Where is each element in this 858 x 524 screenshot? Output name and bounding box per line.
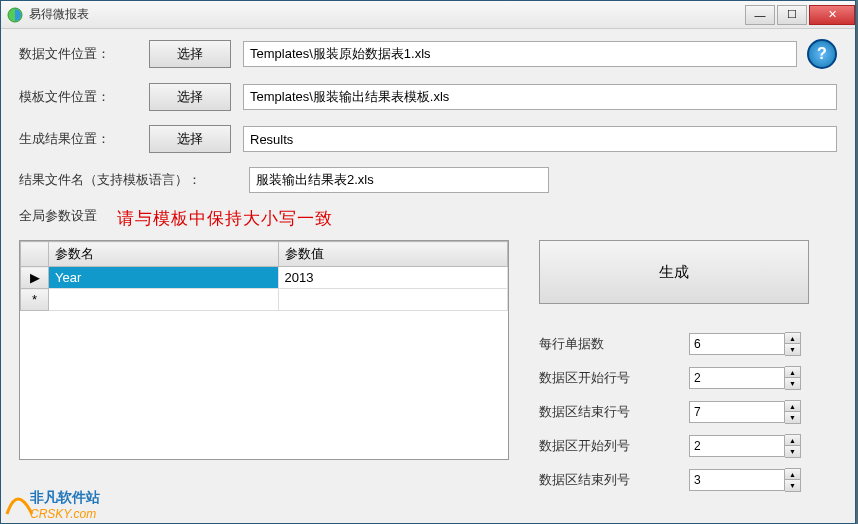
spinner-4[interactable]: ▲▼ xyxy=(689,468,801,492)
param-name-cell[interactable]: Year xyxy=(49,267,279,289)
template-file-label: 模板文件位置： xyxy=(19,88,149,106)
num-label-3: 数据区开始列号 xyxy=(539,437,689,455)
spinner-input-3[interactable] xyxy=(689,435,785,457)
data-file-input[interactable] xyxy=(243,41,797,67)
spinner-input-2[interactable] xyxy=(689,401,785,423)
table-row[interactable]: ▶ Year 2013 xyxy=(21,267,508,289)
data-file-label: 数据文件位置： xyxy=(19,45,149,63)
spinner-down-icon[interactable]: ▼ xyxy=(785,480,800,491)
param-value-empty[interactable] xyxy=(278,289,508,311)
params-grid[interactable]: 参数名 参数值 ▶ Year 2013 * xyxy=(19,240,509,460)
titlebar: 易得微报表 — ☐ ✕ xyxy=(1,1,855,29)
data-file-select-button[interactable]: 选择 xyxy=(149,40,231,68)
col-header-value[interactable]: 参数值 xyxy=(278,242,508,267)
num-label-0: 每行单据数 xyxy=(539,335,689,353)
grid-corner xyxy=(21,242,49,267)
result-filename-label: 结果文件名（支持模板语言）： xyxy=(19,171,249,189)
param-value-cell[interactable]: 2013 xyxy=(278,267,508,289)
num-label-1: 数据区开始行号 xyxy=(539,369,689,387)
num-label-4: 数据区结束列号 xyxy=(539,471,689,489)
spinner-up-icon[interactable]: ▲ xyxy=(785,367,800,378)
spinner-down-icon[interactable]: ▼ xyxy=(785,344,800,355)
spinner-up-icon[interactable]: ▲ xyxy=(785,401,800,412)
spinner-3[interactable]: ▲▼ xyxy=(689,434,801,458)
spinner-up-icon[interactable]: ▲ xyxy=(785,435,800,446)
spinner-2[interactable]: ▲▼ xyxy=(689,400,801,424)
spinner-0[interactable]: ▲▼ xyxy=(689,332,801,356)
generate-button[interactable]: 生成 xyxy=(539,240,809,304)
row-marker-current: ▶ xyxy=(21,267,49,289)
app-icon xyxy=(7,7,23,23)
spinner-1[interactable]: ▲▼ xyxy=(689,366,801,390)
template-file-input[interactable] xyxy=(243,84,837,110)
spinner-input-0[interactable] xyxy=(689,333,785,355)
spinner-down-icon[interactable]: ▼ xyxy=(785,412,800,423)
result-location-select-button[interactable]: 选择 xyxy=(149,125,231,153)
window-title: 易得微报表 xyxy=(29,6,743,23)
spinner-input-1[interactable] xyxy=(689,367,785,389)
result-location-label: 生成结果位置： xyxy=(19,130,149,148)
template-file-select-button[interactable]: 选择 xyxy=(149,83,231,111)
close-button[interactable]: ✕ xyxy=(809,5,855,25)
result-filename-input[interactable] xyxy=(249,167,549,193)
spinner-up-icon[interactable]: ▲ xyxy=(785,333,800,344)
table-row-new[interactable]: * xyxy=(21,289,508,311)
minimize-button[interactable]: — xyxy=(745,5,775,25)
maximize-button[interactable]: ☐ xyxy=(777,5,807,25)
spinner-input-4[interactable] xyxy=(689,469,785,491)
result-location-input[interactable] xyxy=(243,126,837,152)
spinner-down-icon[interactable]: ▼ xyxy=(785,378,800,389)
content-area: 数据文件位置： 选择 ? 模板文件位置： 选择 生成结果位置： 选择 结果文件名… xyxy=(1,29,855,523)
spinner-down-icon[interactable]: ▼ xyxy=(785,446,800,457)
row-marker-new: * xyxy=(21,289,49,311)
main-window: 易得微报表 — ☐ ✕ 数据文件位置： 选择 ? 模板文件位置： 选择 生成结果… xyxy=(0,0,856,524)
spinner-up-icon[interactable]: ▲ xyxy=(785,469,800,480)
case-warning-text: 请与模板中保持大小写一致 xyxy=(117,207,333,230)
help-icon[interactable]: ? xyxy=(807,39,837,69)
global-params-label: 全局参数设置 xyxy=(19,207,97,225)
col-header-name[interactable]: 参数名 xyxy=(49,242,279,267)
num-label-2: 数据区结束行号 xyxy=(539,403,689,421)
param-name-empty[interactable] xyxy=(49,289,279,311)
